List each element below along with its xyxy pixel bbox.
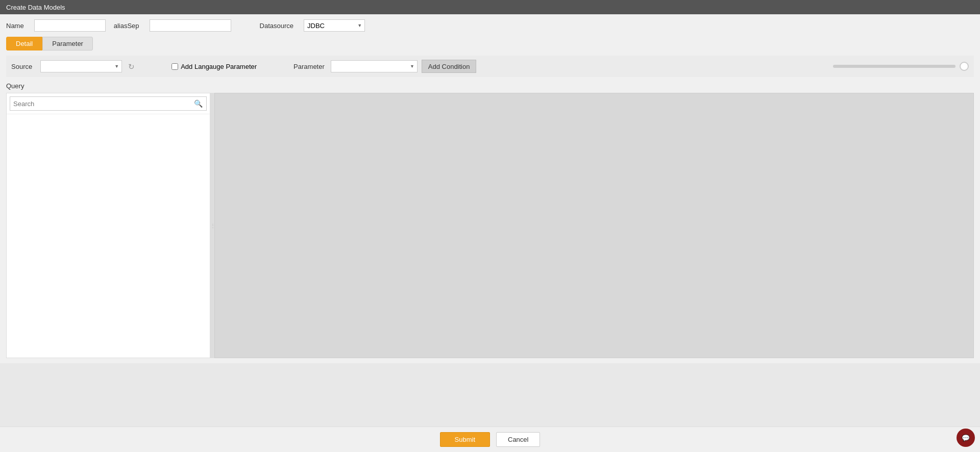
add-language-checkbox-wrapper: Add Langauge Parameter [172,63,257,70]
left-panel: 🔍 [6,93,210,358]
parameter-label: Parameter [293,63,325,70]
progress-bar-track [833,65,955,68]
source-label: Source [11,63,32,70]
header-row: Name aliasSep Datasource JDBC REST CSV [6,19,974,32]
add-language-label[interactable]: Add Langauge Parameter [181,63,257,70]
name-input[interactable] [34,19,106,32]
source-row: Source ↻ Add Langauge Parameter Paramete… [6,56,974,77]
datasource-select-wrapper: JDBC REST CSV [304,19,365,32]
query-content: 🔍 ⋮ [6,93,974,358]
datasource-select[interactable]: JDBC REST CSV [304,19,365,32]
parameter-select-wrapper [331,60,418,72]
name-label: Name [6,22,24,30]
query-section: Query 🔍 ⋮ [6,82,974,358]
resize-handle[interactable]: ⋮ [210,93,214,358]
alias-input[interactable] [150,19,231,32]
refresh-icon[interactable]: ↻ [128,63,135,70]
progress-area [833,62,969,71]
title-bar: Create Data Models [0,0,980,14]
add-condition-button[interactable]: Add Condition [422,60,477,73]
tabs-row: Detail Parameter [6,37,974,51]
source-select-wrapper [40,60,122,72]
source-select[interactable] [40,60,122,72]
title-text: Create Data Models [6,4,65,11]
left-panel-body [7,114,210,358]
progress-circle [960,62,969,71]
footer: Submit Cancel [0,426,980,452]
search-box-wrapper: 🔍 [7,93,210,114]
cancel-button[interactable]: Cancel [496,432,540,447]
tab-detail[interactable]: Detail [6,37,42,51]
parameter-section: Parameter Add Condition [293,60,476,73]
parameter-select[interactable] [331,60,418,72]
chat-icon-button[interactable]: 💬 [957,429,975,447]
chat-icon: 💬 [962,434,970,442]
right-panel [214,93,974,358]
datasource-label: Datasource [260,22,293,30]
add-language-checkbox[interactable] [172,63,178,70]
query-label: Query [6,82,974,90]
tab-parameter[interactable]: Parameter [42,37,93,51]
submit-button[interactable]: Submit [440,432,490,447]
main-container: Name aliasSep Datasource JDBC REST CSV D… [0,14,980,363]
search-input[interactable] [10,96,207,111]
alias-label: aliasSep [114,22,139,30]
